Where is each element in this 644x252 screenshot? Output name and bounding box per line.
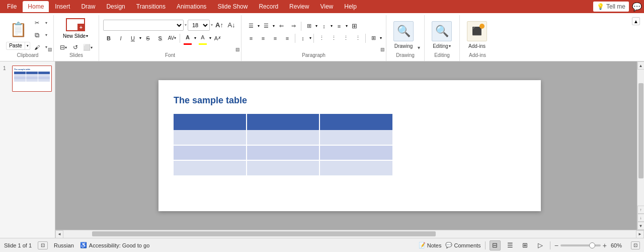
- align-left-button[interactable]: ≡: [246, 33, 257, 44]
- numbering-button[interactable]: ☰: [261, 21, 272, 32]
- align-text-dropdown[interactable]: ▾: [346, 24, 348, 28]
- line-spacing-dropdown[interactable]: ▾: [309, 36, 311, 40]
- align-text-button[interactable]: ≡: [334, 21, 345, 32]
- paste-label[interactable]: Paste: [7, 42, 25, 49]
- tell-me-button[interactable]: 💡 Tell me: [593, 2, 629, 12]
- scroll-down-button-2[interactable]: ↓: [637, 214, 645, 222]
- outline-view-button[interactable]: ☰: [505, 240, 516, 250]
- scroll-left-button[interactable]: ◄: [55, 230, 63, 238]
- reading-view-button[interactable]: ▷: [535, 240, 546, 250]
- menu-home[interactable]: Home: [23, 1, 49, 12]
- line-spacing-button[interactable]: ↕: [297, 33, 308, 44]
- font-name-select[interactable]: [103, 20, 184, 31]
- font-color-dropdown[interactable]: ▾: [194, 36, 196, 40]
- zoom-percent[interactable]: 60%: [611, 242, 627, 248]
- thumb-title: The sample table: [14, 68, 50, 71]
- cut-dropdown[interactable]: ▾: [43, 18, 49, 29]
- para-spacing-justify-button[interactable]: ⋮: [352, 33, 363, 44]
- italic-button[interactable]: I: [115, 33, 126, 44]
- para-spacing-right-button[interactable]: ⋮: [340, 33, 351, 44]
- zoom-slider-thumb: [589, 242, 595, 248]
- menu-insert[interactable]: Insert: [50, 1, 75, 12]
- bold-button[interactable]: B: [103, 33, 114, 44]
- align-right-button[interactable]: ≡: [270, 33, 281, 44]
- bullets-button[interactable]: ☰: [246, 21, 257, 32]
- menu-animations[interactable]: Animations: [172, 1, 211, 12]
- comments-button[interactable]: 💬 Comments: [445, 242, 480, 248]
- fit-slide-button[interactable]: ⊡: [38, 241, 48, 249]
- align-center-button[interactable]: ≡: [258, 33, 269, 44]
- accessibility-label[interactable]: Accessibility: Good to go: [89, 242, 149, 248]
- font-color-button[interactable]: A: [182, 32, 193, 43]
- smartart-button[interactable]: ⊞: [349, 21, 360, 32]
- font-expand[interactable]: ▧: [235, 47, 240, 52]
- menu-view[interactable]: View: [315, 1, 338, 12]
- col-spacing-button[interactable]: ⊞: [368, 33, 379, 44]
- notes-button[interactable]: 📝 Notes: [419, 242, 442, 248]
- scroll-right-button[interactable]: ►: [636, 230, 644, 238]
- underline-button[interactable]: U: [127, 33, 138, 44]
- shadow-button[interactable]: S: [154, 33, 166, 44]
- highlight-dropdown[interactable]: ▾: [209, 36, 211, 40]
- justify-button[interactable]: ≡: [282, 33, 293, 44]
- numbering-dropdown[interactable]: ▾: [273, 24, 275, 28]
- paste-dropdown-icon[interactable]: ▾: [25, 42, 30, 49]
- addins-button[interactable]: ⬛ Add-ins: [464, 19, 490, 51]
- paragraph-expand[interactable]: ▧: [380, 47, 385, 52]
- menu-draw[interactable]: Draw: [76, 1, 100, 12]
- indent-inc-button[interactable]: ⇒: [288, 21, 299, 32]
- indent-dec-button[interactable]: ⇐: [276, 21, 287, 32]
- clipboard-expand[interactable]: ▧: [48, 47, 52, 52]
- copy-button[interactable]: ⧉: [31, 30, 42, 41]
- decrease-font-button[interactable]: A↓: [226, 20, 237, 31]
- slide-canvas[interactable]: The sample table: [158, 80, 541, 211]
- copy-dropdown[interactable]: ▾: [43, 30, 49, 41]
- new-slide-label-button[interactable]: New Slide ▾: [63, 33, 88, 39]
- normal-view-button[interactable]: ⊟: [490, 240, 501, 250]
- menu-slideshow[interactable]: Slide Show: [212, 1, 253, 12]
- comments-icon[interactable]: 💬: [632, 2, 642, 12]
- increase-font-button[interactable]: A↑: [214, 20, 225, 31]
- drawing-expand-btn[interactable]: ▾: [418, 19, 420, 51]
- para-spacing-left-button[interactable]: ⋮: [316, 33, 327, 44]
- scroll-down-button-3[interactable]: ▼: [637, 222, 645, 230]
- new-slide-icon-area[interactable]: +: [64, 17, 87, 32]
- ribbon-collapse-button[interactable]: ▲: [632, 17, 640, 25]
- underline-dropdown-icon[interactable]: ▾: [139, 36, 141, 40]
- cut-button[interactable]: ✂: [31, 18, 42, 29]
- clear-format-button[interactable]: A✗: [212, 33, 223, 44]
- col-spacing-dropdown[interactable]: ▾: [380, 36, 382, 40]
- char-spacing-button[interactable]: AV▾: [167, 33, 178, 44]
- scroll-down-button-1[interactable]: ↑: [637, 206, 645, 214]
- columns-button[interactable]: ⊞: [303, 21, 314, 32]
- menu-file[interactable]: File: [2, 1, 22, 12]
- menu-review[interactable]: Review: [284, 1, 314, 12]
- zoom-in-button[interactable]: +: [603, 241, 607, 249]
- menu-help[interactable]: Help: [339, 1, 362, 12]
- highlight-button[interactable]: A: [197, 32, 208, 43]
- zoom-controls: − +: [554, 241, 607, 249]
- zoom-slider[interactable]: [560, 244, 601, 246]
- menu-record[interactable]: Record: [254, 1, 283, 12]
- menu-design[interactable]: Design: [101, 1, 130, 12]
- menu-transitions[interactable]: Transitions: [131, 1, 171, 12]
- strikethrough-button[interactable]: S: [142, 33, 153, 44]
- scroll-thumb-v[interactable]: [638, 83, 643, 178]
- bullets-dropdown[interactable]: ▾: [258, 24, 260, 28]
- slide-preview-1[interactable]: The sample table: [12, 66, 52, 92]
- para-spacing-center-button[interactable]: ⋮: [328, 33, 339, 44]
- scroll-thumb-h[interactable]: [92, 231, 436, 236]
- menu-bar-right: 💡 Tell me 💬: [593, 2, 642, 12]
- scroll-up-button[interactable]: ▲: [637, 61, 645, 70]
- fit-window-button[interactable]: ⊡: [631, 241, 640, 249]
- editing-button[interactable]: 🔍 Editing ▾: [429, 19, 455, 51]
- slide-thumbnail-1[interactable]: 1 The sample table: [3, 66, 52, 92]
- zoom-out-button[interactable]: −: [554, 241, 558, 249]
- columns-dropdown[interactable]: ▾: [315, 24, 317, 28]
- drawing-button[interactable]: 🔍 Drawing: [390, 19, 417, 51]
- text-direction-button[interactable]: ↕: [318, 21, 330, 32]
- font-size-select[interactable]: 18: [188, 20, 210, 31]
- slide-sorter-button[interactable]: ⊞: [520, 240, 531, 250]
- paste-button[interactable]: 📋: [6, 18, 30, 42]
- text-direction-dropdown[interactable]: ▾: [331, 24, 333, 28]
